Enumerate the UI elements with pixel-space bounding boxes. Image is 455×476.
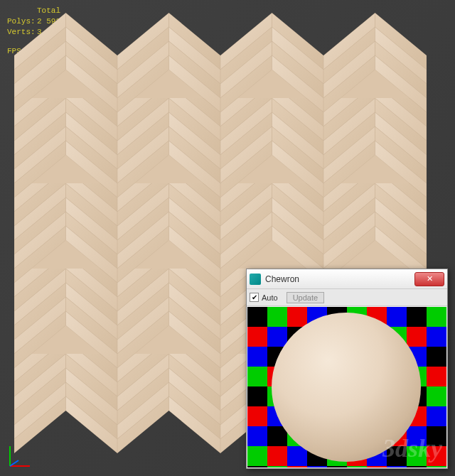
check-icon: ✔	[252, 293, 257, 301]
dialog-titlebar[interactable]: Chewron ✕	[247, 269, 447, 289]
svg-line-33	[10, 460, 18, 466]
auto-checkbox[interactable]: ✔	[250, 293, 259, 302]
close-button[interactable]: ✕	[414, 272, 444, 286]
watermark: 3dsky	[382, 433, 442, 463]
close-icon: ✕	[427, 274, 433, 283]
dialog-title: Chewron	[265, 274, 414, 284]
viewport-3d[interactable]: Total Polys:2 592 Verts:3 456 FPS: Chewr…	[0, 0, 455, 476]
app-icon	[250, 274, 261, 285]
dialog-toolbar: ✔ Auto Update	[247, 289, 447, 306]
auto-label: Auto	[262, 293, 278, 302]
axis-gizmo[interactable]	[6, 442, 34, 470]
update-button[interactable]: Update	[287, 292, 324, 303]
